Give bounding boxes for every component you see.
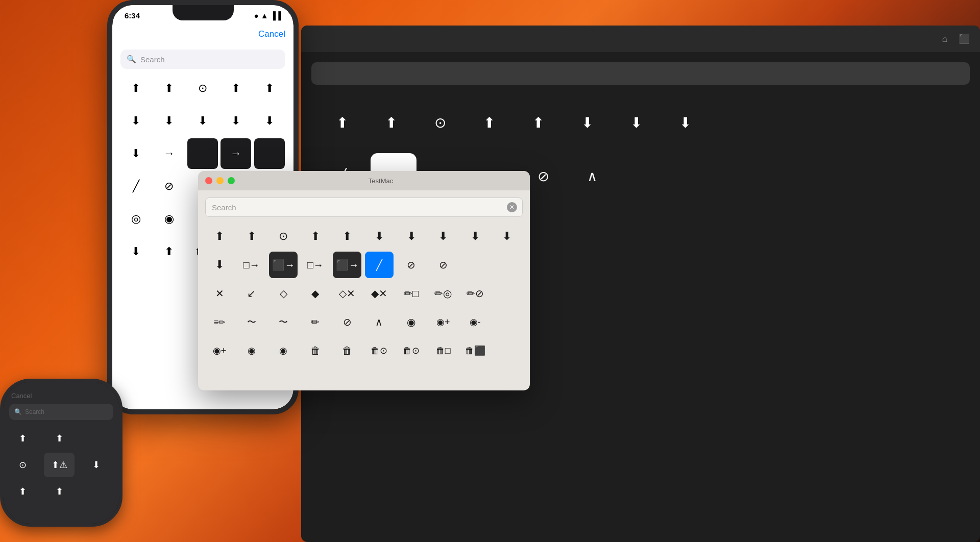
tmac-sym-41[interactable]: ◉+ [205, 337, 234, 364]
tmac-sym-18[interactable]: ⊘ [429, 252, 457, 278]
iphone-sym-6[interactable]: ⬇ [120, 106, 151, 136]
iphone-sym-26[interactable]: ⬇ [120, 236, 151, 267]
tmac-sym-39[interactable]: ◉- [461, 309, 489, 335]
testmac-search-close-button[interactable]: ✕ [507, 202, 517, 212]
watch-sym-7[interactable]: ⬆ [7, 479, 38, 504]
tmac-sym-35[interactable]: ⊘ [333, 309, 361, 335]
watch-cancel-button[interactable]: Cancel [11, 392, 32, 400]
iphone-sym-10[interactable]: ⬇ [254, 106, 285, 136]
traffic-light-minimize[interactable] [216, 177, 224, 184]
tmac-sym-45[interactable]: 🗑 [333, 337, 361, 364]
tmac-sym-3[interactable]: ⊙ [269, 223, 298, 250]
screenshot-icon[interactable]: ⬛ [959, 33, 970, 44]
symbol-share-up2[interactable]: ⬆ [371, 102, 411, 143]
iphone-sym-13[interactable] [187, 138, 218, 169]
tmac-sym-16-selected[interactable]: ╱ [365, 252, 394, 278]
tmac-sym-24[interactable]: ◆ [301, 280, 330, 307]
tmac-sym-42[interactable]: ◉ [237, 337, 266, 364]
iphone-sym-8[interactable]: ⬇ [187, 106, 218, 136]
tmac-sym-32[interactable]: 〜 [237, 309, 266, 335]
watch-sym-6[interactable]: ⬇ [81, 453, 111, 477]
tmac-sym-12[interactable]: □→ [237, 252, 266, 278]
watch-search-bar[interactable]: 🔍 Search [9, 404, 113, 420]
home-icon[interactable]: ⌂ [939, 33, 950, 44]
testmac-title: TestMac [239, 177, 523, 185]
tmac-sym-1[interactable]: ⬆ [205, 223, 234, 250]
iphone-sym-27[interactable]: ⬆ [154, 236, 184, 267]
symbol-arrow[interactable]: ∧ [572, 156, 612, 196]
symbol-share-up3[interactable]: ⬆ [469, 102, 509, 143]
iphone-sym-22[interactable]: ◉ [154, 204, 184, 234]
tmac-sym-8[interactable]: ⬇ [429, 223, 457, 250]
tmac-sym-7[interactable]: ⬇ [397, 223, 426, 250]
iphone-sym-21[interactable]: ◎ [120, 204, 151, 234]
iphone-sym-1[interactable]: ⬆ [120, 73, 151, 104]
symbol-circle-up[interactable]: ⊙ [420, 102, 460, 143]
tmac-sym-21[interactable]: ✕ [205, 280, 234, 307]
tmac-sym-34[interactable]: ✏ [301, 309, 330, 335]
tmac-sym-13[interactable]: ⬛→ [269, 252, 298, 278]
tmac-sym-43[interactable]: ◉ [269, 337, 298, 364]
testmac-search-bar[interactable]: Search ✕ [205, 198, 523, 217]
watch-screen: Cancel 🔍 Search ⬆ ⬆ ⊙ ⬆⚠ ⬇ ⬆ ⬆ [3, 382, 119, 524]
tmac-sym-23[interactable]: ◇ [269, 280, 298, 307]
watch-symbols-grid: ⬆ ⬆ ⊙ ⬆⚠ ⬇ ⬆ ⬆ [3, 424, 119, 506]
iphone-sym-4[interactable]: ⬆ [220, 73, 251, 104]
mac-search-bar[interactable] [311, 62, 970, 85]
watch-sym-2[interactable]: ⬆ [44, 426, 75, 451]
iphone-sym-12[interactable]: → [154, 138, 184, 169]
iphone-sym-15[interactable] [254, 138, 285, 169]
traffic-light-fullscreen[interactable] [228, 177, 235, 184]
tmac-sym-6[interactable]: ⬇ [365, 223, 394, 250]
iphone-sym-5[interactable]: ⬆ [254, 73, 285, 104]
tmac-sym-29[interactable]: ✏⊘ [461, 280, 489, 307]
tmac-sym-15[interactable]: ⬛→ [333, 252, 361, 278]
tmac-sym-22[interactable]: ↙ [237, 280, 266, 307]
tmac-sym-5[interactable]: ⬆ [333, 223, 361, 250]
iphone-sym-7[interactable]: ⬇ [154, 106, 184, 136]
iphone-sym-16[interactable]: ╱ [120, 171, 151, 202]
tmac-sym-47[interactable]: 🗑⊙ [397, 337, 426, 364]
symbol-share-tray-down[interactable]: ⬇ [665, 102, 705, 143]
tmac-sym-9[interactable]: ⬇ [461, 223, 489, 250]
tmac-sym-49[interactable]: 🗑⬛ [461, 337, 489, 364]
iphone-sym-17[interactable]: ⊘ [154, 171, 184, 202]
tmac-sym-48[interactable]: 🗑□ [429, 337, 457, 364]
tmac-sym-27[interactable]: ✏□ [397, 280, 426, 307]
symbol-share-down[interactable]: ⬇ [567, 102, 607, 143]
tmac-sym-46[interactable]: 🗑⊙ [365, 337, 394, 364]
tmac-sym-38[interactable]: ◉+ [429, 309, 457, 335]
tmac-sym-40 [493, 309, 521, 335]
tmac-sym-33[interactable]: 〜 [269, 309, 298, 335]
tmac-sym-28[interactable]: ✏◎ [429, 280, 457, 307]
watch-sym-4[interactable]: ⊙ [7, 453, 38, 477]
tmac-sym-14[interactable]: □→ [301, 252, 330, 278]
iphone-cancel-button[interactable]: Cancel [258, 27, 285, 41]
tmac-sym-10[interactable]: ⬇ [493, 223, 521, 250]
iphone-sym-9[interactable]: ⬇ [220, 106, 251, 136]
iphone-search-placeholder: Search [140, 55, 165, 64]
tmac-sym-37[interactable]: ◉ [397, 309, 426, 335]
tmac-sym-26[interactable]: ◆✕ [365, 280, 394, 307]
iphone-sym-2[interactable]: ⬆ [154, 73, 184, 104]
symbol-share-up[interactable]: ⬆ [322, 102, 362, 143]
tmac-sym-2[interactable]: ⬆ [237, 223, 266, 250]
symbol-share-down2[interactable]: ⬇ [616, 102, 656, 143]
traffic-light-close[interactable] [205, 177, 212, 184]
iphone-search-bar[interactable]: 🔍 Search [120, 50, 285, 69]
tmac-sym-17[interactable]: ⊘ [397, 252, 426, 278]
tmac-sym-11[interactable]: ⬇ [205, 252, 234, 278]
watch-sym-8[interactable]: ⬆ [44, 479, 75, 504]
tmac-sym-4[interactable]: ⬆ [301, 223, 330, 250]
watch-sym-1[interactable]: ⬆ [7, 426, 38, 451]
iphone-sym-14[interactable]: → [220, 138, 251, 169]
tmac-sym-25[interactable]: ◇✕ [333, 280, 361, 307]
tmac-sym-44[interactable]: 🗑 [301, 337, 330, 364]
iphone-sym-3[interactable]: ⊙ [187, 73, 218, 104]
tmac-sym-31[interactable]: ≡✏ [205, 309, 234, 335]
testmac-symbols-grid: ⬆ ⬆ ⊙ ⬆ ⬆ ⬇ ⬇ ⬇ ⬇ ⬇ ⬇ □→ ⬛→ □→ ⬛→ ╱ ⊘ ⊘ … [205, 223, 523, 364]
symbol-share-warn[interactable]: ⬆ [518, 102, 558, 143]
iphone-sym-11[interactable]: ⬇ [120, 138, 151, 169]
tmac-sym-36[interactable]: ∧ [365, 309, 394, 335]
watch-sym-5-selected[interactable]: ⬆⚠ [44, 453, 75, 477]
